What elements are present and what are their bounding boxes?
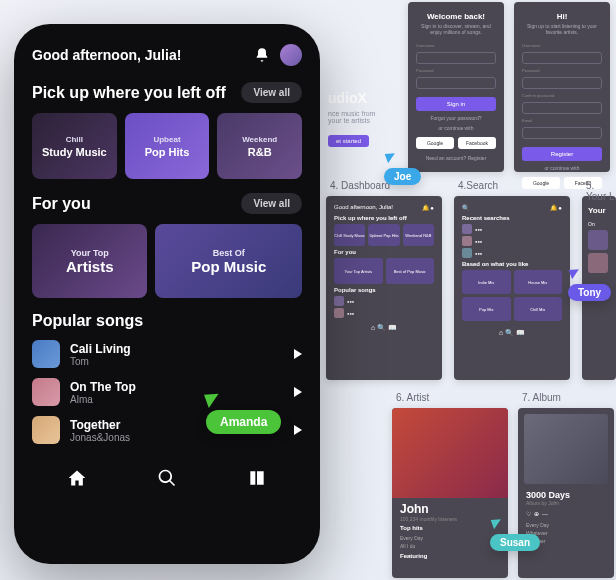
facebook-button[interactable]: Facebook [458, 137, 496, 149]
popular-title: Popular songs [32, 312, 302, 330]
mini-based-title: Based on what you like [462, 261, 562, 267]
frame-search[interactable]: 4.Search 🔍🔔 ● Recent searches ●●● ●●● ●●… [454, 196, 570, 380]
frame-login[interactable]: Welcome back! Sign in to discover, strea… [408, 2, 504, 172]
login-password-label: Password [416, 68, 496, 73]
mini-card[interactable]: Your Top Artists [334, 258, 383, 284]
yourlib-sub: On [588, 221, 610, 227]
frame-album[interactable]: 7. Album 3000 Days Album by John ♡⊕⋯ Eve… [518, 408, 614, 578]
frame-label-album: 7. Album [522, 392, 561, 403]
signup-password-input[interactable] [522, 77, 602, 89]
card-sub: Chill [66, 135, 83, 144]
cursor-pointer-icon [204, 390, 222, 408]
phone-header: Good afternoon, Julia! [32, 44, 302, 66]
artist-name: John [392, 498, 508, 516]
song-name: Cali Living [70, 342, 284, 356]
section-for-you: For you View all Your Top Artists Best O… [32, 193, 302, 298]
mini-foryou-title: For you [334, 249, 434, 255]
mini-recent-title: Recent searches [462, 215, 562, 221]
view-all-button[interactable]: View all [241, 82, 302, 103]
login-username-input[interactable] [416, 52, 496, 64]
mini-card[interactable]: Upbeat Pop Hits [368, 224, 399, 246]
card-title: Pop Hits [145, 146, 190, 158]
card-title: Study Music [42, 146, 107, 158]
cursor-label: Joe [384, 168, 421, 185]
continue-title: Pick up where you left off [32, 84, 226, 102]
mini-tile[interactable]: Pop Mix [462, 297, 511, 321]
song-artist: Tom [70, 356, 284, 367]
library-icon[interactable] [247, 468, 267, 488]
play-icon[interactable] [294, 425, 302, 435]
artist-featuring-title: Featuring [392, 553, 508, 559]
song-row[interactable]: Cali Living Tom [32, 340, 302, 368]
frame-signup[interactable]: Hi! Sign up to start listening to your f… [514, 2, 610, 172]
song-artwork [32, 378, 60, 406]
signup-confirm-input[interactable] [522, 102, 602, 114]
google-button[interactable]: Google [416, 137, 454, 149]
signin-button[interactable]: Sign in [416, 97, 496, 111]
album-cover [524, 414, 608, 484]
user-avatar[interactable] [280, 44, 302, 66]
mini-card[interactable]: Weekend R&B [403, 224, 434, 246]
signup-user-label: Username [522, 43, 602, 48]
frame-artist[interactable]: 6. Artist John 100,234 monthly listeners… [392, 408, 508, 578]
mini-card[interactable]: Best of Pop Music [386, 258, 435, 284]
mini-tile[interactable]: Indie Mix [462, 270, 511, 294]
mini-pickup-title: Pick up where you left off [334, 215, 434, 221]
mini-card[interactable]: Chill Study Music [334, 224, 365, 246]
foryou-card-artists[interactable]: Your Top Artists [32, 224, 147, 298]
forgot-password-link[interactable]: Forgot your password? [408, 115, 504, 121]
app-logo-text: udioX [328, 90, 367, 106]
foryou-title: For you [32, 195, 91, 213]
signup-pass-label: Password [522, 68, 602, 73]
song-artwork [32, 340, 60, 368]
signup-email-input[interactable] [522, 127, 602, 139]
frame-label-search: 4.Search [458, 180, 498, 191]
login-password-input[interactable] [416, 77, 496, 89]
signup-confirm-label: Confirm password [522, 93, 602, 98]
login-title: Welcome back! [408, 12, 504, 21]
playlist-card-study[interactable]: Chill Study Music [32, 113, 117, 179]
google-button[interactable]: Google [522, 177, 560, 189]
signup-email-label: Email [522, 118, 602, 123]
playlist-card-rnb[interactable]: Weekend R&B [217, 113, 302, 179]
cursor-label: Tony [568, 284, 611, 301]
play-icon[interactable] [294, 387, 302, 397]
album-title: 3000 Days [518, 490, 614, 500]
card-sub: Best Of [213, 248, 245, 258]
signup-subtitle: Sign up to start listening to your favor… [514, 23, 610, 35]
continue-label: or continue with [514, 165, 610, 171]
play-icon[interactable] [294, 349, 302, 359]
card-sub: Your Top [71, 248, 109, 258]
artist-hero-image [392, 408, 508, 498]
mini-tile[interactable]: Chill Mix [514, 297, 563, 321]
get-started-button[interactable]: et started [328, 135, 369, 147]
playlist-card-pop[interactable]: Upbeat Pop Hits [125, 113, 210, 179]
frame-label-dashboard: 4. Dashboard [330, 180, 390, 191]
home-icon[interactable] [67, 468, 87, 488]
yourlib-title: Your [588, 206, 610, 215]
bottom-nav [32, 458, 302, 492]
register-button[interactable]: Register [522, 147, 602, 161]
signup-username-input[interactable] [522, 52, 602, 64]
view-all-button[interactable]: View all [241, 193, 302, 214]
card-sub: Upbeat [153, 135, 180, 144]
login-username-label: Username [416, 43, 496, 48]
cursor-tony: Tony [568, 266, 611, 301]
login-subtitle: Sign in to discover, stream, and enjoy m… [408, 23, 504, 35]
notification-icon[interactable] [254, 47, 270, 63]
register-link[interactable]: Need an account? Register [408, 155, 504, 161]
cursor-pointer-icon [569, 267, 582, 280]
cursor-pointer-icon [491, 517, 504, 530]
phone-mockup: Good afternoon, Julia! Pick up where you… [14, 24, 320, 564]
foryou-card-popmusic[interactable]: Best Of Pop Music [155, 224, 302, 298]
card-title: Pop Music [191, 258, 266, 275]
card-sub: Weekend [242, 135, 277, 144]
app-tagline: nce music from your te artists [328, 110, 388, 124]
signup-title: Hi! [514, 12, 610, 21]
cursor-label: Amanda [206, 410, 281, 434]
frame-dashboard[interactable]: 4. Dashboard Good afternoon, Julia!🔔 ● P… [326, 196, 442, 380]
frame-label-yourl: 5. Your L [586, 180, 616, 202]
cursor-joe: Joe [384, 150, 421, 185]
mini-tile[interactable]: House Mix [514, 270, 563, 294]
search-icon[interactable] [157, 468, 177, 488]
